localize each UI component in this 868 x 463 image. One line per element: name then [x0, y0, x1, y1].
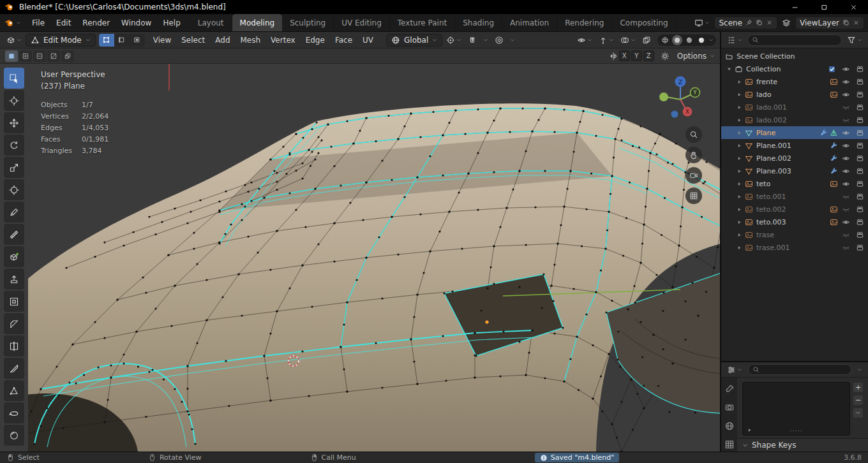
- menu-render[interactable]: Render: [77, 14, 116, 31]
- properties-search[interactable]: [748, 364, 851, 375]
- outliner-item-trase.001[interactable]: trase.001: [721, 241, 868, 254]
- snap-toggle[interactable]: [465, 34, 479, 47]
- expand-toggle[interactable]: [735, 92, 743, 98]
- render-visibility-toggle[interactable]: [854, 91, 866, 99]
- outliner-item-Plane[interactable]: Plane: [721, 126, 868, 139]
- shape-key-list[interactable]: ·····: [742, 382, 850, 436]
- tool-cursor[interactable]: [4, 90, 24, 111]
- tool-poly-build[interactable]: [4, 380, 24, 401]
- viewlayer-browse-button[interactable]: [780, 18, 793, 27]
- minimize-button[interactable]: [780, 0, 809, 14]
- outliner-row-scene-collection[interactable]: Scene Collection: [721, 50, 868, 62]
- visibility-toggle[interactable]: [840, 193, 852, 201]
- outliner-item-lado.001[interactable]: lado.001: [721, 101, 868, 114]
- expand-toggle[interactable]: [735, 207, 743, 212]
- render-visibility-toggle[interactable]: [854, 142, 866, 150]
- ortho-toggle-button[interactable]: [685, 187, 702, 204]
- zoom-button[interactable]: [685, 126, 702, 143]
- outliner-item-trase[interactable]: trase: [721, 228, 868, 241]
- pivot-dropdown[interactable]: [444, 34, 464, 47]
- properties-options-button[interactable]: [855, 364, 865, 376]
- gear-icon[interactable]: [661, 52, 670, 61]
- mirror-z-button[interactable]: Z: [643, 50, 654, 61]
- tool-measure[interactable]: [4, 224, 24, 245]
- render-visibility-toggle[interactable]: [854, 231, 866, 239]
- orientation-dropdown[interactable]: Global: [386, 34, 442, 47]
- tool-knife[interactable]: [4, 358, 24, 379]
- tab-rendering[interactable]: Rendering: [557, 14, 612, 31]
- menu-window[interactable]: Window: [116, 14, 157, 31]
- mirror-y-button[interactable]: Y: [631, 50, 642, 61]
- app-menu-button[interactable]: [0, 14, 26, 31]
- expand-toggle[interactable]: [735, 168, 743, 174]
- collection-checkbox[interactable]: [826, 65, 838, 73]
- visibility-toggle[interactable]: [840, 65, 852, 73]
- viewport-menu-select[interactable]: Select: [176, 36, 210, 45]
- visibility-toggle[interactable]: [840, 154, 852, 163]
- visibility-toggle[interactable]: [840, 218, 852, 226]
- menu-edit[interactable]: Edit: [50, 14, 77, 31]
- face-select-button[interactable]: [130, 34, 145, 47]
- delete-viewlayer-icon[interactable]: [853, 19, 860, 26]
- visibility-toggle[interactable]: [840, 244, 852, 252]
- tab-compositing[interactable]: Compositing: [612, 14, 676, 31]
- render-visibility-toggle[interactable]: [854, 78, 866, 86]
- tool-annotate[interactable]: [4, 202, 24, 223]
- visibility-toggle[interactable]: [840, 103, 852, 112]
- tab-modeling[interactable]: Modeling: [232, 14, 283, 31]
- scene-browse-button[interactable]: [692, 18, 712, 27]
- outliner-item-teto[interactable]: teto: [721, 177, 868, 190]
- viewport-3d[interactable]: User Perspective (237) Plane Objects1/7V…: [0, 64, 720, 452]
- expand-toggle[interactable]: [735, 156, 743, 161]
- shading-material-button[interactable]: [684, 35, 694, 45]
- visibility-toggle[interactable]: [840, 167, 852, 175]
- render-visibility-toggle[interactable]: [854, 180, 866, 188]
- menu-help[interactable]: Help: [157, 14, 186, 31]
- render-visibility-toggle[interactable]: [854, 244, 866, 252]
- render-visibility-toggle[interactable]: [854, 103, 866, 112]
- expand-toggle[interactable]: [735, 143, 743, 149]
- properties-type-button[interactable]: [724, 364, 745, 376]
- nav-gizmo[interactable]: ZYX: [656, 74, 705, 122]
- proportional-dropdown[interactable]: [507, 34, 518, 47]
- render-visibility-toggle[interactable]: [854, 65, 866, 73]
- pan-button[interactable]: [685, 147, 702, 163]
- panel-disclosure-icon[interactable]: [747, 427, 752, 433]
- remove-shape-key-button[interactable]: −: [853, 395, 864, 406]
- select-invert-button[interactable]: [47, 50, 60, 62]
- new-viewlayer-icon[interactable]: [842, 19, 849, 26]
- viewport-menu-edge[interactable]: Edge: [301, 36, 330, 45]
- outliner-item-Plane.003[interactable]: Plane.003: [721, 165, 868, 177]
- edge-select-button[interactable]: [114, 34, 130, 47]
- select-set-button[interactable]: [5, 50, 18, 62]
- expand-toggle[interactable]: [735, 181, 743, 187]
- tool-add-cube[interactable]: [4, 246, 24, 267]
- scene-selector[interactable]: Scene: [714, 17, 777, 29]
- visibility-toggle[interactable]: [840, 91, 852, 99]
- select-intersect-button[interactable]: [61, 50, 74, 62]
- expand-toggle[interactable]: [735, 232, 743, 238]
- tool-rotate[interactable]: [4, 135, 24, 156]
- outliner-item-teto.003[interactable]: teto.003: [721, 216, 868, 228]
- visibility-toggle[interactable]: [840, 231, 852, 239]
- tool-smooth[interactable]: [4, 425, 24, 446]
- outliner-item-teto.002[interactable]: teto.002: [721, 203, 868, 216]
- collection-expand-toggle[interactable]: [725, 66, 733, 72]
- shape-key-specials-button[interactable]: [853, 408, 864, 418]
- expand-toggle[interactable]: [735, 194, 743, 200]
- expand-toggle[interactable]: [735, 105, 743, 110]
- tab-layout[interactable]: Layout: [190, 14, 232, 31]
- expand-toggle[interactable]: [735, 245, 743, 251]
- select-extend-button[interactable]: [19, 50, 32, 62]
- vertex-select-button[interactable]: [99, 34, 114, 47]
- delete-scene-icon[interactable]: [766, 19, 773, 26]
- mode-dropdown[interactable]: Edit Mode: [26, 34, 96, 47]
- tool-inset[interactable]: [4, 291, 24, 312]
- outliner-item-lado[interactable]: lado: [721, 88, 868, 101]
- outliner-item-teto.001[interactable]: teto.001: [721, 190, 868, 203]
- expand-toggle[interactable]: [735, 117, 743, 123]
- tool-select-box[interactable]: [4, 68, 24, 89]
- proportional-toggle[interactable]: [492, 34, 506, 47]
- viewport-menu-mesh[interactable]: Mesh: [236, 36, 266, 45]
- render-visibility-toggle[interactable]: [854, 154, 866, 163]
